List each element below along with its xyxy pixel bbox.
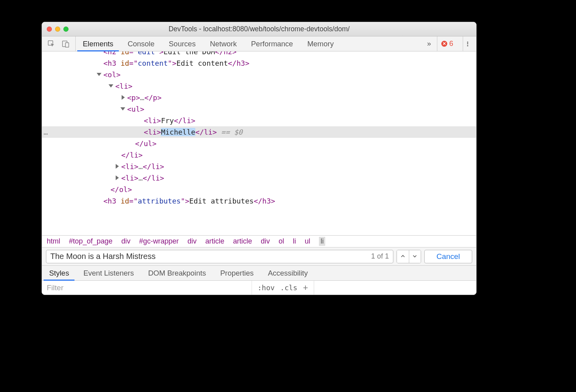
subtab-dom-breakpoints[interactable]: DOM Breakpoints: [141, 266, 213, 280]
crumb-div[interactable]: div: [261, 237, 270, 245]
subtab-accessibility[interactable]: Accessibility: [261, 266, 315, 280]
subtab-styles[interactable]: Styles: [42, 266, 76, 280]
crumb-div[interactable]: div: [121, 237, 130, 245]
tab-console[interactable]: Console: [120, 36, 162, 51]
crumb-article[interactable]: article: [205, 237, 224, 245]
styles-sidebar: [314, 281, 476, 295]
error-count: 6: [449, 40, 453, 48]
panel-tabs: Elements Console Sources Network Perform…: [76, 36, 425, 51]
tab-sources[interactable]: Sources: [162, 36, 203, 51]
close-window-icon[interactable]: [47, 27, 52, 32]
search-next-button[interactable]: [409, 250, 421, 263]
breadcrumb[interactable]: html #top_of_page div #gc-wrapper div ar…: [42, 235, 476, 247]
dom-node[interactable]: </ul>: [42, 138, 476, 149]
subtab-event-listeners[interactable]: Event Listeners: [76, 266, 141, 280]
tab-memory[interactable]: Memory: [300, 36, 341, 51]
styles-toolbar: :hov .cls +: [42, 280, 476, 295]
cancel-button[interactable]: Cancel: [424, 250, 472, 263]
error-icon: ✕: [441, 41, 447, 47]
dom-node[interactable]: <ol>: [42, 69, 476, 80]
dom-node[interactable]: </li>: [42, 149, 476, 161]
main-toolbar: Elements Console Sources Network Perform…: [42, 36, 476, 51]
dom-node[interactable]: <li>…</li>: [42, 161, 476, 172]
dom-node[interactable]: <li>: [42, 80, 476, 92]
dom-node[interactable]: <ul>: [42, 103, 476, 115]
expand-arrow-icon[interactable]: [116, 164, 119, 169]
expand-arrow-icon[interactable]: [97, 73, 101, 76]
search-nav: [397, 250, 421, 263]
cls-button[interactable]: .cls: [280, 284, 297, 292]
dom-node[interactable]: <h3 id="content">Edit content</h3>: [42, 57, 476, 69]
dom-node[interactable]: <li>Fry</li>: [42, 115, 476, 126]
dom-node[interactable]: <li>…</li>: [42, 172, 476, 184]
tab-performance[interactable]: Performance: [244, 36, 300, 51]
toolbar-right: » ✕ 6: [425, 36, 476, 51]
window-title: DevTools - localhost:8080/web/tools/chro…: [42, 25, 476, 33]
crumb-li[interactable]: li: [293, 237, 296, 245]
crumb-ol[interactable]: ol: [278, 237, 284, 245]
titlebar[interactable]: DevTools - localhost:8080/web/tools/chro…: [42, 22, 476, 36]
expand-arrow-icon[interactable]: [120, 107, 125, 110]
tab-elements[interactable]: Elements: [76, 36, 120, 51]
maximize-window-icon[interactable]: [63, 27, 69, 32]
crumb-top-of-page[interactable]: #top_of_page: [69, 237, 113, 245]
search-bar: 1 of 1 Cancel: [42, 247, 476, 265]
search-prev-button[interactable]: [397, 250, 409, 263]
styles-filter-input[interactable]: [42, 281, 252, 295]
styles-buttons: :hov .cls +: [252, 281, 314, 295]
settings-menu-icon[interactable]: [463, 36, 472, 51]
device-toolbar-icon[interactable]: [62, 40, 70, 48]
traffic-lights: [47, 27, 69, 32]
tab-network[interactable]: Network: [203, 36, 244, 51]
crumb-gc-wrapper[interactable]: #gc-wrapper: [139, 237, 179, 245]
styles-subtabs: Styles Event Listeners DOM Breakpoints P…: [42, 265, 476, 280]
new-rule-icon[interactable]: +: [303, 283, 308, 293]
expand-arrow-icon[interactable]: [122, 95, 125, 100]
minimize-window-icon[interactable]: [55, 27, 60, 32]
expand-arrow-icon[interactable]: [116, 175, 119, 180]
subtab-properties[interactable]: Properties: [213, 266, 261, 280]
svg-rect-2: [65, 42, 69, 47]
search-group: 1 of 1: [46, 250, 393, 263]
dom-tree-panel[interactable]: <h2 id="edit">Edit the DOM</h2> <h3 id="…: [42, 51, 476, 235]
hov-button[interactable]: :hov: [257, 284, 275, 292]
crumb-html[interactable]: html: [47, 237, 60, 245]
dom-node[interactable]: <p>…</p>: [42, 92, 476, 103]
search-input[interactable]: [46, 250, 367, 263]
devtools-window: DevTools - localhost:8080/web/tools/chro…: [42, 22, 477, 295]
error-indicator[interactable]: ✕ 6: [437, 36, 457, 51]
crumb-li-selected[interactable]: li: [319, 237, 325, 246]
inspect-element-icon[interactable]: [48, 40, 55, 48]
crumb-ul[interactable]: ul: [305, 237, 310, 245]
dom-node[interactable]: </ol>: [42, 184, 476, 195]
more-tabs-icon[interactable]: »: [425, 40, 431, 48]
dom-node[interactable]: <h2 id="edit">Edit the DOM</h2>: [42, 51, 476, 57]
dom-node[interactable]: <h3 id="attributes">Edit attributes</h3>: [42, 195, 476, 207]
dom-node-selected[interactable]: <li>Michelle</li> == $0: [42, 126, 476, 138]
crumb-article[interactable]: article: [233, 237, 252, 245]
toolbar-left: [42, 36, 76, 51]
crumb-div[interactable]: div: [187, 237, 196, 245]
search-result-count: 1 of 1: [367, 250, 393, 263]
expand-arrow-icon[interactable]: [109, 84, 113, 88]
